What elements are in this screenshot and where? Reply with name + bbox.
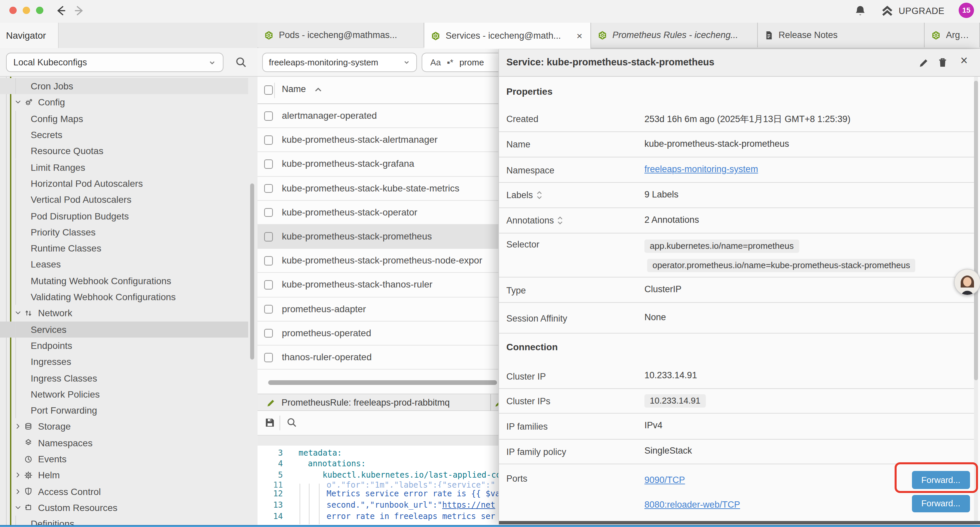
- port-link[interactable]: 8080:reloader-web/TCP: [644, 499, 740, 509]
- sidebar-item-ingress-classes[interactable]: Ingress Classes: [0, 370, 248, 386]
- tab-services[interactable]: Services - icecheng@math...×: [424, 23, 591, 49]
- sidebar-item-services[interactable]: Services: [0, 321, 248, 338]
- service-row[interactable]: prometheus-adapter: [258, 297, 498, 321]
- tab-navigator[interactable]: Navigator: [0, 23, 59, 48]
- sidebar-item-events[interactable]: Events: [0, 451, 248, 467]
- chevron-down-icon[interactable]: [14, 99, 22, 107]
- services-search-input[interactable]: Aa ▪* prome: [422, 53, 510, 72]
- row-checkbox[interactable]: [264, 280, 273, 290]
- sidebar-item-port-forwarding[interactable]: Port Forwarding: [0, 402, 248, 419]
- notifications-bell-icon[interactable]: [854, 5, 867, 18]
- sidebar-item-endpoints[interactable]: Endpoints: [0, 338, 248, 354]
- row-checkbox[interactable]: [264, 135, 273, 145]
- sidebar-item-helm[interactable]: Helm: [0, 467, 248, 483]
- name-column-header[interactable]: Name: [282, 84, 306, 94]
- sidebar-item-vertical-pod-autoscalers[interactable]: Vertical Pod Autoscalers: [0, 191, 248, 208]
- service-row[interactable]: kube-prometheus-stack-operator: [258, 201, 498, 225]
- window-close-button[interactable]: [9, 6, 16, 14]
- service-row[interactable]: kube-prometheus-stack-prometheus: [258, 225, 498, 249]
- tab-release[interactable]: Release Notes: [758, 23, 924, 47]
- sidebar-item-priority-classes[interactable]: Priority Classes: [0, 224, 248, 240]
- sort-toggle-icon[interactable]: [557, 217, 563, 225]
- row-checkbox[interactable]: [264, 353, 273, 362]
- editor-tab-bar[interactable]: PrometheusRule: freeleaps-prod-rabbitmq: [258, 393, 498, 411]
- kubeconfig-select[interactable]: Local Kubeconfigs: [6, 53, 223, 72]
- sidebar-item-pod-disruption-budgets[interactable]: Pod Disruption Budgets: [0, 208, 248, 224]
- profile-badge[interactable]: 15: [959, 2, 974, 18]
- window-zoom-button[interactable]: [36, 6, 43, 14]
- tab-pods[interactable]: Pods - icecheng@mathmas...: [258, 23, 424, 47]
- service-row[interactable]: kube-prometheus-stack-prometheus-node-ex…: [258, 249, 498, 273]
- row-checkbox[interactable]: [264, 232, 273, 241]
- sidebar-item-cron-jobs[interactable]: Cron Jobs: [0, 78, 248, 94]
- sidebar-item-validating-webhook-configurations[interactable]: Validating Webhook Configurations: [0, 289, 248, 305]
- sidebar-item-runtime-classes[interactable]: Runtime Classes: [0, 240, 248, 256]
- chevron-right-icon[interactable]: [14, 423, 22, 431]
- sidebar-item-network-policies[interactable]: Network Policies: [0, 386, 248, 402]
- property-row-ip-families: IP familiesIPv4: [499, 414, 974, 439]
- sidebar-item-storage[interactable]: Storage: [0, 419, 248, 435]
- delete-trash-icon[interactable]: [937, 57, 948, 68]
- close-icon[interactable]: ×: [960, 54, 968, 67]
- service-row[interactable]: prometheus-operated: [258, 322, 498, 345]
- row-checkbox[interactable]: [264, 256, 273, 265]
- sidebar-item-network[interactable]: Network: [0, 305, 248, 321]
- edit-pencil-icon[interactable]: [918, 57, 929, 68]
- sidebar-scrollbar[interactable]: [250, 183, 254, 360]
- service-row[interactable]: kube-prometheus-stack-kube-state-metrics: [258, 177, 498, 201]
- tab-argo[interactable]: Argo Se: [924, 23, 980, 47]
- highlight-annotation: [895, 462, 978, 493]
- chevron-down-icon[interactable]: [14, 309, 22, 317]
- sidebar-item-horizontal-pod-autoscalers[interactable]: Horizontal Pod Autoscalers: [0, 175, 248, 192]
- navigator-search-icon[interactable]: [235, 56, 248, 69]
- sidebar-item-limit-ranges[interactable]: Limit Ranges: [0, 159, 248, 175]
- sidebar-item-resource-quotas[interactable]: Resource Quotas: [0, 143, 248, 159]
- code-link[interactable]: https://net: [442, 500, 495, 509]
- editor-search-icon[interactable]: [286, 417, 298, 428]
- drawer-scrollbar[interactable]: [974, 81, 978, 380]
- match-case-icon[interactable]: Aa: [430, 57, 441, 67]
- port-link[interactable]: 9090/TCP: [644, 475, 685, 485]
- row-checkbox[interactable]: [264, 184, 273, 193]
- forward-button[interactable]: Forward...: [912, 495, 970, 512]
- sidebar-item-access-control[interactable]: Access Control: [0, 483, 248, 500]
- sidebar-item-secrets[interactable]: Secrets: [0, 127, 248, 143]
- row-checkbox[interactable]: [264, 111, 273, 120]
- row-checkbox[interactable]: [264, 160, 273, 169]
- sidebar-item-custom-resources[interactable]: Custom Resources: [0, 500, 248, 516]
- chevron-right-icon[interactable]: [14, 471, 22, 479]
- assistant-avatar[interactable]: [954, 269, 980, 296]
- row-checkbox[interactable]: [264, 208, 273, 217]
- tab-prometheus[interactable]: Prometheus Rules - icecheng...: [591, 23, 758, 47]
- service-row[interactable]: thanos-ruler-operated: [258, 345, 498, 369]
- sidebar-item-config[interactable]: Config: [0, 94, 248, 111]
- sidebar-item-label: Resource Quotas: [31, 146, 103, 156]
- sidebar-item-config-maps[interactable]: Config Maps: [0, 110, 248, 127]
- horizontal-scrollbar[interactable]: [268, 380, 497, 385]
- service-row[interactable]: kube-prometheus-stack-grafana: [258, 153, 498, 177]
- window-minimize-button[interactable]: [22, 6, 30, 14]
- upgrade-button[interactable]: UPGRADE: [881, 3, 945, 19]
- property-value-link[interactable]: freeleaps-monitoring-system: [644, 164, 758, 174]
- back-arrow-icon[interactable]: [55, 5, 67, 17]
- row-checkbox[interactable]: [264, 329, 273, 338]
- sidebar-item-leases[interactable]: Leases: [0, 256, 248, 273]
- select-all-checkbox[interactable]: [264, 85, 273, 94]
- chevron-right-icon[interactable]: [14, 487, 22, 495]
- service-row[interactable]: kube-prometheus-stack-alertmanager: [258, 128, 498, 152]
- yaml-editor[interactable]: 3metadata:4annotations:5kubectl.kubernet…: [258, 446, 498, 524]
- sort-toggle-icon[interactable]: [536, 191, 542, 200]
- close-tab-icon[interactable]: ×: [575, 30, 584, 41]
- service-row[interactable]: kube-prometheus-stack-thanos-ruler: [258, 273, 498, 297]
- sidebar-item-mutating-webhook-configurations[interactable]: Mutating Webhook Configurations: [0, 272, 248, 289]
- regex-icon[interactable]: ▪*: [447, 57, 453, 67]
- sidebar-item-namespaces[interactable]: Namespaces: [0, 435, 248, 451]
- save-icon[interactable]: [264, 417, 275, 428]
- service-row[interactable]: alertmanager-operated: [258, 104, 498, 128]
- row-checkbox[interactable]: [264, 304, 273, 314]
- sort-ascending-icon[interactable]: [314, 87, 322, 93]
- namespace-filter-select[interactable]: freeleaps-monitoring-system: [262, 53, 417, 72]
- sidebar-item-ingresses[interactable]: Ingresses: [0, 353, 248, 370]
- chevron-down-icon[interactable]: [14, 504, 22, 512]
- forward-arrow-icon[interactable]: [73, 5, 85, 17]
